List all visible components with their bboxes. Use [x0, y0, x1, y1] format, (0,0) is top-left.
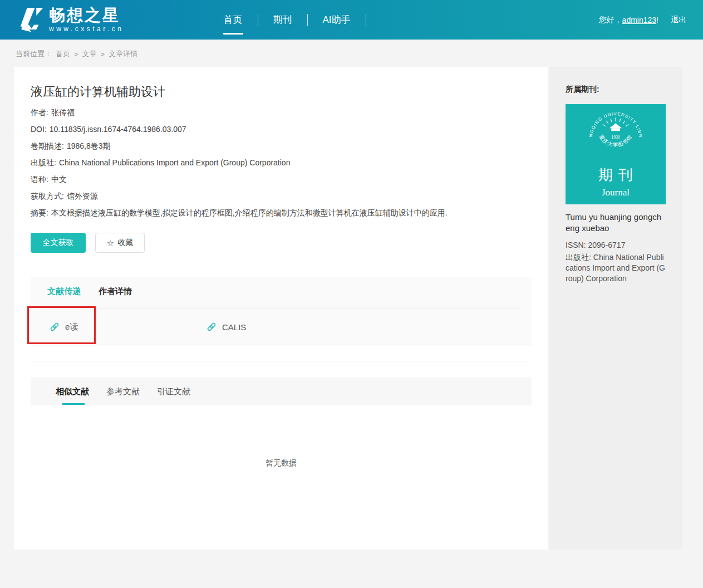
article-title: 液压缸的计算机辅助设计 — [31, 67, 532, 100]
greeting-excl: ! — [656, 16, 658, 24]
delivery-tabs: 文献传递 作者详情 — [31, 277, 532, 297]
site-logo[interactable]: 畅想之星 www.cxstar.cn — [16, 4, 124, 36]
collect-button[interactable]: ☆ 收藏 — [95, 233, 145, 253]
meta-language: 语种:中文 — [31, 171, 532, 188]
meta-author: 作者:张传福 — [31, 104, 532, 121]
journal-cover[interactable]: CHONGQING UNIVERSITY LIBRARY 1930 — [566, 104, 666, 204]
logo-mark-icon — [16, 4, 45, 36]
sidebar-heading: 所属期刊: — [566, 67, 666, 95]
active-nav-underline — [223, 33, 243, 35]
svg-text:CHONGQING UNIVERSITY LIBRARY: CHONGQING UNIVERSITY LIBRARY — [584, 104, 643, 138]
logo-domain-text: www.cxstar.cn — [49, 25, 124, 33]
active-tab-underline — [62, 403, 85, 405]
empty-state-text: 暂无数据 — [31, 458, 532, 468]
nav-item-ai-assistant[interactable]: AI助手 — [308, 13, 366, 26]
main-nav: 首页 期刊 AI助手 — [209, 13, 366, 26]
meta-volume-issue: 卷期描述:1986,8卷3期 — [31, 138, 532, 154]
journal-issn: ISSN: 2096-6717 — [566, 239, 666, 251]
related-literature-tabs: 相似文献 参考文献 引证文献 — [31, 378, 532, 405]
top-header-bar: 畅想之星 www.cxstar.cn 首页 期刊 AI助手 您好， admin1… — [0, 0, 703, 40]
logout-button[interactable]: 退出 — [671, 15, 686, 25]
meta-access-method: 获取方式:馆外资源 — [31, 188, 532, 204]
delivery-links-row: e读 CALIS — [31, 308, 532, 346]
tab-document-delivery[interactable]: 文献传递 — [47, 286, 81, 297]
breadcrumb-current: 文章详情 — [109, 49, 137, 59]
action-buttons-row: 全文获取 ☆ 收藏 — [31, 233, 532, 253]
breadcrumb-home[interactable]: 首页 — [56, 49, 70, 59]
page-layout: 液压缸的计算机辅助设计 作者:张传福 DOI:10.11835/j.issn.1… — [14, 67, 703, 550]
nav-item-journals[interactable]: 期刊 — [258, 13, 307, 26]
nav-item-home[interactable]: 首页 — [209, 13, 258, 26]
star-icon: ☆ — [107, 239, 114, 247]
chain-link-icon — [206, 321, 217, 332]
cover-title-en: Journal — [602, 187, 630, 198]
tab-similar-literature[interactable]: 相似文献 — [56, 386, 89, 397]
logo-brand-text: 畅想之星 — [49, 7, 124, 23]
breadcrumb-articles[interactable]: 文章 — [82, 49, 97, 59]
breadcrumb: 当前位置： 首页 > 文章 > 文章详情 — [0, 40, 703, 67]
meta-publisher: 出版社:China National Publications Import a… — [31, 154, 532, 171]
link-edu[interactable]: e读 — [31, 321, 188, 332]
article-detail-card: 液压缸的计算机辅助设计 作者:张传福 DOI:10.11835/j.issn.1… — [14, 67, 548, 550]
tab-author-details[interactable]: 作者详情 — [99, 286, 132, 297]
seal-year: 1930 — [611, 135, 620, 140]
section-divider — [31, 361, 532, 361]
article-meta: 作者:张传福 DOI:10.11835/j.issn.1674-4764.198… — [31, 104, 532, 221]
breadcrumb-label: 当前位置： — [16, 49, 52, 59]
username-link[interactable]: admin123 — [622, 16, 657, 24]
cover-title-cn: 期刊 — [593, 165, 638, 185]
library-seal-icon: CHONGQING UNIVERSITY LIBRARY 1930 — [584, 104, 647, 164]
link-calis[interactable]: CALIS — [188, 321, 345, 332]
greeting-text: 您好， — [599, 15, 622, 25]
meta-doi: DOI:10.11835/j.issn.1674-4764.1986.03.00… — [31, 121, 532, 138]
document-delivery-section: 文献传递 作者详情 e读 — [31, 277, 532, 346]
nav-separator — [366, 14, 366, 26]
meta-abstract: 摘要:本文根据描述液压缸的数学模型,拟定设计的程序框图,介绍程序的编制方法和微型… — [31, 204, 532, 221]
breadcrumb-separator: > — [101, 50, 105, 58]
tab-references[interactable]: 参考文献 — [106, 386, 140, 397]
journal-name: Tumu yu huanjing gongcheng xuebao — [566, 212, 666, 234]
breadcrumb-separator: > — [74, 50, 78, 58]
tab-citations[interactable]: 引证文献 — [157, 386, 190, 397]
journal-sidebar: 所属期刊: CHONGQING UNIVERSITY LIBRARY — [549, 67, 682, 550]
journal-publisher: 出版社: China National Publications Import … — [566, 252, 666, 284]
fulltext-button[interactable]: 全文获取 — [31, 233, 86, 253]
user-area: 您好， admin123 ! 退出 — [599, 15, 686, 25]
chain-link-icon — [49, 321, 60, 332]
